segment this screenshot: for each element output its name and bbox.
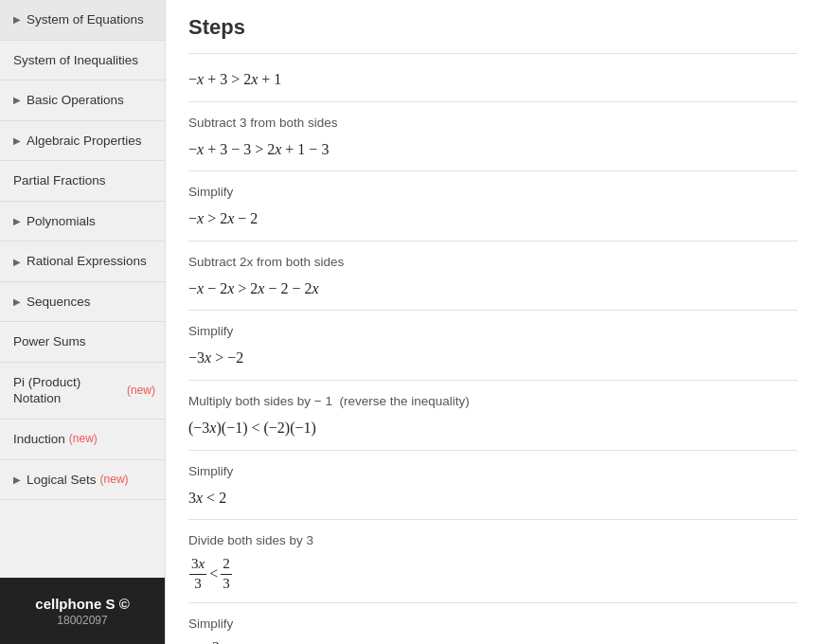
sidebar-item-label: Sequences <box>27 294 91 311</box>
fraction: 3x 3 <box>189 555 206 593</box>
chevron-right-icon: ▶ <box>13 94 21 106</box>
sidebar: ▶System of EquationsSystem of Inequaliti… <box>0 0 166 644</box>
step-block: Simplify 3x < 2 <box>188 450 797 520</box>
step-math: −x > 2x − 2 <box>188 206 797 231</box>
sidebar-item-label: Polynomials <box>27 213 96 230</box>
fraction: 2 3 <box>221 555 232 593</box>
step-block: Subtract 3 from both sides −x + 3 − 3 > … <box>188 101 797 171</box>
chevron-right-icon: ▶ <box>13 134 21 147</box>
sidebar-item-system-equations[interactable]: ▶System of Equations <box>0 0 165 41</box>
sidebar-item-induction[interactable]: Induction (new) <box>0 420 165 460</box>
step-math: (−3x)(−1) < (−2)(−1) <box>188 416 797 440</box>
step-math: −x − 2x > 2x − 2 − 2x <box>188 277 797 301</box>
sidebar-item-partial-fractions[interactable]: Partial Fractions <box>0 161 165 202</box>
sidebar-item-sequences[interactable]: ▶Sequences <box>0 282 165 323</box>
chevron-right-icon: ▶ <box>13 215 21 227</box>
sidebar-item-polynomials[interactable]: ▶Polynomials <box>0 202 165 242</box>
sidebar-item-logical-sets[interactable]: ▶Logical Sets (new) <box>0 460 165 501</box>
ad-logo: cellphone S © <box>35 596 129 612</box>
sidebar-advertisement[interactable]: cellphone S © 18002097 <box>0 578 165 644</box>
chevron-right-icon: ▶ <box>13 295 21 308</box>
main-content: Steps −x + 3 > 2x + 1 Subtract 3 from bo… <box>166 0 820 644</box>
step-label: Simplify <box>188 464 797 478</box>
ad-phone: 18002097 <box>57 614 107 627</box>
step-block: Simplify −3x > −2 <box>188 310 797 380</box>
step-label: Subtract 2x from both sides <box>188 255 797 269</box>
steps-container: Steps −x + 3 > 2x + 1 Subtract 3 from bo… <box>166 0 820 644</box>
step-block: −x + 3 > 2x + 1 <box>188 53 797 101</box>
new-badge: (new) <box>100 473 129 488</box>
step-label: Simplify <box>188 617 797 631</box>
step-label: Simplify <box>188 185 797 199</box>
step-math: 3x < 2 <box>188 486 797 510</box>
step-block: Simplify x < 2 3 <box>188 602 797 644</box>
new-badge: (new) <box>127 384 155 399</box>
step-label: Subtract 3 from both sides <box>188 116 797 130</box>
step-label: Simplify <box>188 324 797 338</box>
fraction: 2 3 <box>210 638 222 644</box>
step-label: Multiply both sides by − 1 (reverse the … <box>188 394 797 408</box>
sidebar-item-system-inequalities[interactable]: System of Inequalities <box>0 41 165 81</box>
sidebar-item-label: Partial Fractions <box>13 172 106 189</box>
sidebar-item-label: Induction <box>13 431 65 448</box>
sidebar-item-label: Basic Operations <box>27 92 124 109</box>
new-badge: (new) <box>69 432 98 447</box>
sidebar-item-pi-notation[interactable]: Pi (Product) Notation (new) <box>0 363 165 420</box>
step-math: −3x > −2 <box>188 346 797 370</box>
chevron-right-icon: ▶ <box>13 474 21 486</box>
step-math: 3x 3 < 2 3 <box>188 555 797 593</box>
step-math-initial: −x + 3 > 2x + 1 <box>188 67 797 92</box>
step-math: −x + 3 − 3 > 2x + 1 − 3 <box>188 137 797 162</box>
step-block: Divide both sides by 3 3x 3 < 2 3 <box>188 519 797 602</box>
sidebar-item-label: System of Equations <box>27 11 144 28</box>
sidebar-item-rational-expressions[interactable]: ▶Rational Expressions <box>0 242 165 282</box>
sidebar-item-label: System of Inequalities <box>13 52 138 69</box>
sidebar-item-label: Pi (Product) Notation <box>13 374 123 407</box>
step-block: Subtract 2x from both sides −x − 2x > 2x… <box>188 241 797 311</box>
sidebar-item-label: Power Sums <box>13 333 86 350</box>
chevron-right-icon: ▶ <box>13 13 21 26</box>
sidebar-item-algebraic-properties[interactable]: ▶Algebraic Properties <box>0 121 165 162</box>
step-label: Divide both sides by 3 <box>188 533 797 547</box>
ad-content: cellphone S © 18002097 <box>35 596 129 627</box>
chevron-right-icon: ▶ <box>13 256 21 268</box>
sidebar-item-label: Rational Expressions <box>27 253 147 270</box>
step-math: x < 2 3 <box>188 638 797 644</box>
sidebar-item-label: Algebraic Properties <box>27 133 142 150</box>
sidebar-item-power-sums[interactable]: Power Sums <box>0 322 165 363</box>
step-block: Simplify −x > 2x − 2 <box>188 170 797 241</box>
step-block: Multiply both sides by − 1 (reverse the … <box>188 380 797 450</box>
sidebar-item-basic-operations[interactable]: ▶Basic Operations <box>0 80 165 121</box>
steps-title: Steps <box>188 15 797 40</box>
sidebar-item-label: Logical Sets <box>27 472 97 489</box>
